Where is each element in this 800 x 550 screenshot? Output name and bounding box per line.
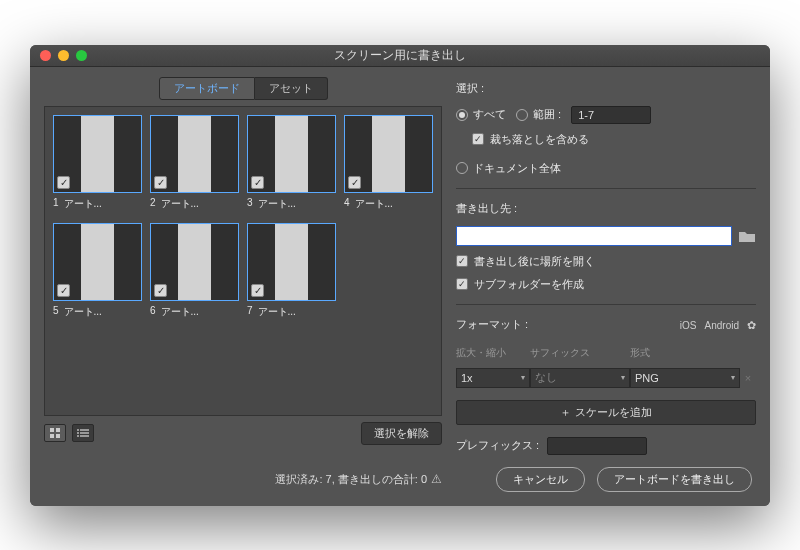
artboard-thumb[interactable]: ✓ 7アート... [247, 223, 336, 319]
artboard-thumb[interactable]: ✓ 3アート... [247, 115, 336, 211]
artboard-thumb[interactable]: ✓ 1アート... [53, 115, 142, 211]
check-icon[interactable]: ✓ [348, 176, 361, 189]
check-icon[interactable]: ✓ [57, 284, 70, 297]
close-icon[interactable] [40, 50, 51, 61]
titlebar: スクリーン用に書き出し [30, 45, 770, 67]
grid-icon [50, 428, 60, 438]
type-select[interactable]: PNG▾ [630, 368, 740, 388]
window-title: スクリーン用に書き出し [30, 47, 770, 64]
check-icon[interactable]: ✓ [57, 176, 70, 189]
svg-rect-3 [56, 434, 60, 438]
radio-all[interactable]: すべて [456, 107, 506, 122]
svg-rect-9 [80, 435, 89, 437]
tab-artboards[interactable]: アートボード [159, 77, 255, 100]
grid-view-button[interactable] [44, 424, 66, 442]
export-path-input[interactable] [456, 226, 732, 246]
cancel-button[interactable]: キャンセル [496, 467, 585, 492]
radio-range[interactable]: 範囲 : [516, 107, 561, 122]
folder-icon[interactable] [738, 229, 756, 243]
prefix-input[interactable] [547, 437, 647, 455]
list-view-button[interactable] [72, 424, 94, 442]
create-subfolders-checkbox[interactable]: ✓サブフォルダーを作成 [456, 277, 756, 292]
delete-row-icon[interactable]: × [740, 372, 756, 384]
scale-select[interactable]: 1x▾ [456, 368, 530, 388]
svg-rect-6 [77, 432, 79, 434]
check-icon[interactable]: ✓ [251, 284, 264, 297]
gear-icon[interactable]: ✿ [747, 319, 756, 332]
svg-rect-8 [77, 435, 79, 437]
check-icon[interactable]: ✓ [154, 284, 167, 297]
check-icon[interactable]: ✓ [154, 176, 167, 189]
include-bleed-checkbox[interactable]: ✓裁ち落としを含める [472, 132, 756, 147]
artboard-thumb[interactable]: ✓ 4アート... [344, 115, 433, 211]
artboard-thumb[interactable]: ✓ 2アート... [150, 115, 239, 211]
export-to-label: 書き出し先 : [456, 201, 756, 216]
export-for-screens-dialog: スクリーン用に書き出し アートボード アセット ✓ 1アート...✓ 2アート.… [30, 45, 770, 506]
svg-rect-7 [80, 432, 89, 434]
tab-assets[interactable]: アセット [255, 77, 328, 100]
prefix-label: プレフィックス : [456, 438, 539, 453]
svg-rect-5 [80, 429, 89, 431]
svg-rect-4 [77, 429, 79, 431]
ios-preset-button[interactable]: iOS [680, 320, 697, 331]
warning-icon: ⚠ [431, 472, 442, 486]
zoom-icon[interactable] [76, 50, 87, 61]
add-scale-button[interactable]: ＋ スケールを追加 [456, 400, 756, 425]
format-label: フォーマット : [456, 317, 528, 332]
range-input[interactable] [571, 106, 651, 124]
format-columns: 拡大・縮小サフィックス形式 [456, 346, 756, 360]
artboard-grid: ✓ 1アート...✓ 2アート...✓ 3アート...✓ 4アート...✓ 5ア… [44, 106, 442, 416]
suffix-select[interactable]: なし▾ [530, 368, 630, 388]
artboard-thumb[interactable]: ✓ 5アート... [53, 223, 142, 319]
list-icon [77, 428, 89, 438]
tab-bar: アートボード アセット [44, 77, 442, 100]
open-location-checkbox[interactable]: ✓書き出し後に場所を開く [456, 254, 756, 269]
svg-rect-1 [56, 428, 60, 432]
minimize-icon[interactable] [58, 50, 69, 61]
check-icon[interactable]: ✓ [251, 176, 264, 189]
radio-full-document[interactable]: ドキュメント全体 [456, 161, 756, 176]
android-preset-button[interactable]: Android [705, 320, 739, 331]
export-button[interactable]: アートボードを書き出し [597, 467, 752, 492]
artboard-thumb[interactable]: ✓ 6アート... [150, 223, 239, 319]
svg-rect-0 [50, 428, 54, 432]
clear-selection-button[interactable]: 選択を解除 [361, 422, 442, 445]
svg-rect-2 [50, 434, 54, 438]
status-text: 選択済み: 7, 書き出しの合計: 0 ⚠ [275, 472, 442, 487]
selection-label: 選択 : [456, 81, 756, 96]
